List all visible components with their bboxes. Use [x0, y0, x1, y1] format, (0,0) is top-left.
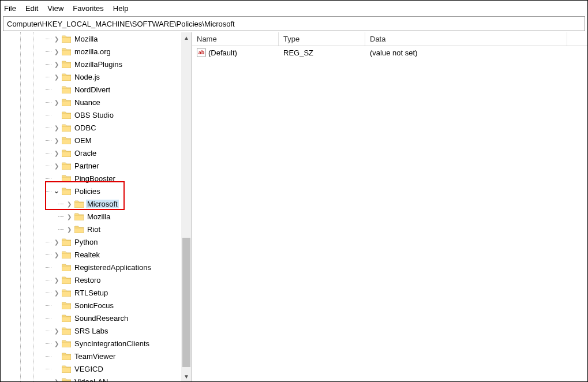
chevron-right-icon: > [53, 264, 61, 271]
tree-item[interactable]: >VEGICD [1, 362, 181, 375]
value-type: REG_SZ [279, 47, 365, 58]
chevron-right-icon[interactable]: ❯ [53, 379, 61, 382]
folder-icon [62, 251, 71, 259]
chevron-right-icon[interactable]: ❯ [53, 163, 61, 169]
tree-item[interactable]: ❯Python [1, 235, 181, 248]
col-header-name[interactable]: Name [192, 32, 279, 46]
folder-icon [62, 149, 71, 157]
chevron-right-icon[interactable]: ❯ [53, 125, 61, 131]
chevron-right-icon[interactable]: ❯ [53, 74, 61, 80]
tree-connector [46, 140, 51, 141]
tree-item[interactable]: ❯Mozilla [1, 210, 181, 223]
tree-item[interactable]: ❯Realtek [1, 248, 181, 261]
chevron-right-icon[interactable]: ❯ [53, 48, 61, 55]
tree-connector [46, 51, 51, 52]
tree-item[interactable]: ❯RTLSetup [1, 286, 181, 299]
chevron-right-icon[interactable]: ❯ [53, 290, 61, 296]
chevron-right-icon[interactable]: ❯ [65, 226, 73, 233]
tree-item[interactable]: ❯SRS Labs [1, 324, 181, 337]
col-header-data[interactable]: Data [365, 32, 567, 46]
folder-icon [74, 200, 84, 208]
folder-icon [62, 327, 71, 335]
chevron-right-icon[interactable]: ❯ [53, 328, 61, 334]
chevron-down-icon[interactable]: ⌄ [53, 186, 61, 195]
tree-connector [46, 39, 51, 39]
tree-item-label: SyncIntegrationClients [73, 339, 151, 348]
chevron-right-icon[interactable]: ❯ [53, 340, 61, 347]
tree-pane: ❯Mozilla❯mozilla.org❯MozillaPlugins❯Node… [1, 32, 192, 381]
tree-item[interactable]: ⌄Policies [1, 185, 181, 197]
tree-item[interactable]: >NordDivert [1, 83, 181, 96]
tree-item[interactable]: >SonicFocus [1, 299, 181, 312]
chevron-right-icon[interactable]: ❯ [65, 214, 73, 220]
tree-item-label: Nuance [73, 98, 102, 107]
address-bar[interactable]: Computer\HKEY_LOCAL_MACHINE\SOFTWARE\Pol… [3, 16, 585, 31]
tree-item[interactable]: ❯ODBC [1, 121, 181, 134]
tree-item-label: Realtek [73, 250, 101, 259]
folder-icon [62, 48, 71, 55]
menu-view[interactable]: View [47, 4, 63, 13]
tree-item[interactable]: ❯Mozilla [1, 32, 181, 45]
chevron-right-icon[interactable]: ❯ [53, 239, 61, 245]
chevron-right-icon: > [53, 353, 61, 359]
folder-icon [62, 302, 71, 309]
tree-item[interactable]: >OBS Studio [1, 108, 181, 121]
chevron-right-icon: > [53, 87, 61, 93]
tree-item[interactable]: ❯VideoLAN [1, 375, 181, 381]
scroll-down-icon[interactable]: ▼ [181, 371, 192, 381]
menu-help[interactable]: Help [113, 4, 129, 13]
tree-item[interactable]: ❯Riot [1, 223, 181, 235]
scroll-track[interactable] [181, 43, 192, 371]
tree-connector [46, 280, 51, 280]
tree-item[interactable]: ❯Restoro [1, 274, 181, 286]
tree-connector [46, 331, 51, 331]
tree-inner[interactable]: ❯Mozilla❯mozilla.org❯MozillaPlugins❯Node… [1, 32, 181, 381]
tree-item[interactable]: ❯Microsoft [1, 197, 181, 210]
tree-item[interactable]: ❯OEM [1, 134, 181, 147]
col-header-spacer [567, 32, 587, 46]
tree-connector [46, 89, 51, 90]
tree-item[interactable]: >PingBooster [1, 172, 181, 185]
address-path: Computer\HKEY_LOCAL_MACHINE\SOFTWARE\Pol… [7, 20, 235, 28]
menu-favorites[interactable]: Favorites [73, 4, 103, 13]
tree-connector [46, 191, 51, 192]
tree-item[interactable]: ❯Oracle [1, 147, 181, 159]
tree-item[interactable]: >TeamViewer [1, 350, 181, 362]
tree-item-label: Mozilla [73, 35, 99, 43]
tree-item[interactable]: ❯Nuance [1, 96, 181, 108]
chevron-right-icon: > [53, 302, 61, 309]
tree-item[interactable]: ❯Node.js [1, 70, 181, 83]
tree-item-label: ODBC [73, 123, 98, 132]
tree-item-label: Oracle [73, 149, 98, 158]
folder-icon [62, 73, 71, 81]
folder-icon [62, 314, 71, 322]
scroll-up-icon[interactable]: ▲ [181, 32, 192, 43]
menu-file[interactable]: File [4, 4, 16, 13]
value-data: (value not set) [365, 47, 567, 58]
tree-item[interactable]: ❯mozilla.org [1, 45, 181, 58]
chevron-right-icon[interactable]: ❯ [53, 137, 61, 144]
menu-edit[interactable]: Edit [25, 4, 38, 13]
chevron-right-icon[interactable]: ❯ [53, 36, 61, 42]
tree-item[interactable]: ❯Partner [1, 159, 181, 172]
scroll-thumb[interactable] [182, 238, 190, 367]
folder-icon [62, 289, 71, 297]
folder-icon [62, 124, 71, 132]
col-header-type[interactable]: Type [279, 32, 365, 46]
tree-scrollbar[interactable]: ▲ ▼ [181, 32, 192, 381]
chevron-right-icon[interactable]: ❯ [53, 61, 61, 68]
list-row[interactable]: ab (Default) REG_SZ (value not set) [192, 46, 587, 59]
tree-item[interactable]: >RegisteredApplications [1, 261, 181, 274]
folder-icon [62, 238, 71, 246]
tree-item-label: mozilla.org [73, 47, 112, 56]
chevron-right-icon[interactable]: ❯ [65, 201, 73, 207]
chevron-right-icon[interactable]: ❯ [53, 277, 61, 283]
chevron-right-icon[interactable]: ❯ [53, 99, 61, 106]
chevron-right-icon[interactable]: ❯ [53, 252, 61, 258]
tree-item[interactable]: >SoundResearch [1, 312, 181, 324]
tree-item-label: Partner [73, 162, 100, 170]
tree-item-label: Riot [86, 225, 102, 234]
tree-item[interactable]: ❯SyncIntegrationClients [1, 337, 181, 350]
chevron-right-icon[interactable]: ❯ [53, 150, 61, 156]
tree-item[interactable]: ❯MozillaPlugins [1, 58, 181, 70]
